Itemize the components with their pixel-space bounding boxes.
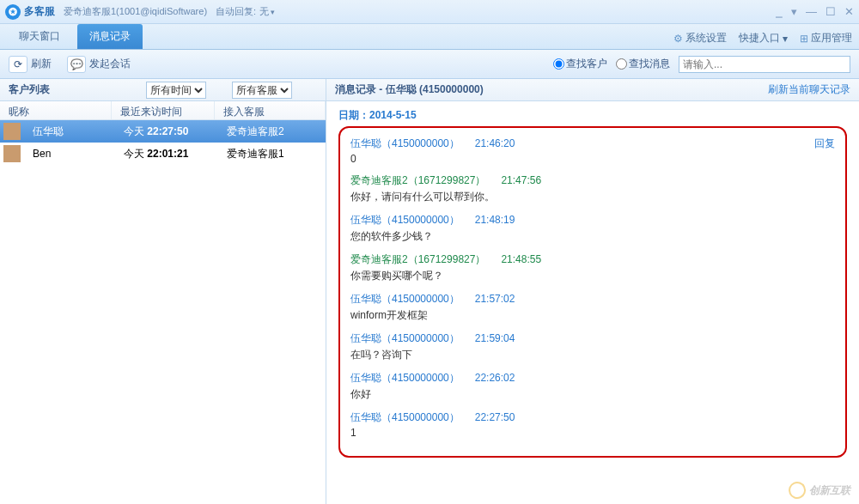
radio-search-message[interactable]: 查找消息 <box>616 57 670 71</box>
message-sender: 伍华聪（4150000000） <box>350 214 460 226</box>
chat-message: 伍华聪（4150000000）21:46:20回复0 <box>350 137 835 165</box>
chevron-down-icon: ▾ <box>783 33 788 45</box>
message-sender: 伍华聪（4150000000） <box>350 293 460 305</box>
minimize-icon[interactable]: ― <box>806 5 817 18</box>
tab-chat-window[interactable]: 聊天窗口 <box>7 24 72 49</box>
quick-entry-label: 快捷入口 <box>739 31 780 46</box>
watermark: 创新互联 <box>789 482 850 499</box>
message-time: 21:59:04 <box>475 332 515 344</box>
maximize-icon[interactable]: ☐ <box>825 5 836 18</box>
grid-icon: ⊞ <box>800 33 808 45</box>
message-meta: 伍华聪（4150000000）22:26:02 <box>350 371 835 386</box>
watermark-logo-icon <box>786 479 808 501</box>
chat-message: 伍华聪（4150000000）21:48:19您的软件多少钱？ <box>350 213 835 244</box>
dropdown-icon[interactable]: ▾ <box>791 5 797 18</box>
customer-list-columns: 昵称 最近来访时间 接入客服 <box>0 101 326 120</box>
message-sender: 爱奇迪客服2（1671299827） <box>350 174 485 186</box>
refresh-button[interactable]: ⟳ 刷新 <box>9 56 52 73</box>
message-time: 21:48:55 <box>501 253 541 265</box>
row-time: 今天 22:01:21 <box>115 147 218 161</box>
system-settings-button[interactable]: ⚙ 系统设置 <box>673 31 727 46</box>
start-session-button[interactable]: 💬 发起会话 <box>67 56 131 73</box>
col-visit-time[interactable]: 最近来访时间 <box>112 101 215 119</box>
titlebar: ✪ 多客服 爱奇迪客服1(1001@iqidiSoftware) 自动回复: 无… <box>0 0 859 24</box>
filter-time-select[interactable]: 所有时间 <box>146 82 206 99</box>
chat-message: 伍华聪（4150000000）22:26:02你好 <box>350 371 835 402</box>
row-agent: 爱奇迪客服2 <box>218 124 326 139</box>
message-body: 您的软件多少钱？ <box>350 229 835 244</box>
start-session-label: 发起会话 <box>89 57 131 71</box>
customer-list-panel: 客户列表 所有时间 所有客服 昵称 最近来访时间 接入客服 伍华聪今天 22:2… <box>0 79 326 504</box>
customer-row[interactable]: 伍华聪今天 22:27:50爱奇迪客服2 <box>0 120 326 143</box>
quick-entry-button[interactable]: 快捷入口 ▾ <box>739 31 788 46</box>
message-meta: 爱奇迪客服2（1671299827）21:48:55 <box>350 252 835 267</box>
message-body: 0 <box>350 153 835 165</box>
system-settings-label: 系统设置 <box>685 31 727 46</box>
chat-message: 爱奇迪客服2（1671299827）21:47:56你好，请问有什么可以帮到你。 <box>350 173 835 204</box>
date-label: 日期： <box>338 109 369 121</box>
filter-agent-select[interactable]: 所有客服 <box>232 82 292 99</box>
autoreply-dropdown-icon[interactable]: ▾ <box>271 8 275 16</box>
chatlog-panel: 消息记录 - 伍华聪 (4150000000) 刷新当前聊天记录 日期：2014… <box>326 79 859 504</box>
tab-message-log[interactable]: 消息记录 <box>77 24 143 49</box>
col-agent[interactable]: 接入客服 <box>215 101 326 119</box>
message-sender: 伍华聪（4150000000） <box>350 372 460 384</box>
message-meta: 伍华聪（4150000000）21:46:20回复 <box>350 137 835 151</box>
message-time: 21:47:56 <box>501 174 541 186</box>
app-manage-button[interactable]: ⊞ 应用管理 <box>800 31 852 46</box>
message-meta: 伍华聪（4150000000）22:27:50 <box>350 410 835 425</box>
menubar: 聊天窗口 消息记录 ⚙ 系统设置 快捷入口 ▾ ⊞ 应用管理 <box>0 24 859 50</box>
session-info: 爱奇迪客服1(1001@iqidiSoftware) <box>64 5 207 18</box>
chat-message: 爱奇迪客服2（1671299827）21:48:55你需要购买哪个呢？ <box>350 252 835 283</box>
message-time: 22:27:50 <box>475 411 515 423</box>
message-body: 1 <box>350 427 835 439</box>
row-time: 今天 22:27:50 <box>115 124 218 139</box>
refresh-chatlog-link[interactable]: 刷新当前聊天记录 <box>768 82 850 97</box>
message-body: 你好，请问有什么可以帮到你。 <box>350 190 835 204</box>
app-manage-label: 应用管理 <box>811 31 852 46</box>
radio-search-customer-label: 查找客户 <box>566 57 607 71</box>
message-meta: 伍华聪（4150000000）21:57:02 <box>350 292 835 307</box>
avatar <box>3 145 21 162</box>
chat-message: 伍华聪（4150000000）21:59:04在吗？咨询下 <box>350 331 835 362</box>
message-sender: 爱奇迪客服2（1671299827） <box>350 253 485 265</box>
date-value: 2014-5-15 <box>369 109 417 121</box>
search-input[interactable] <box>679 56 850 73</box>
chatlog-title: 消息记录 - 伍华聪 (4150000000) <box>335 82 484 97</box>
autoreply-label: 自动回复: <box>216 5 256 18</box>
autoreply-value[interactable]: 无 <box>259 5 269 18</box>
radio-search-customer[interactable]: 查找客户 <box>553 57 607 71</box>
customer-row[interactable]: Ben今天 22:01:21爱奇迪客服1 <box>0 143 326 165</box>
message-sender: 伍华聪（4150000000） <box>350 411 460 423</box>
watermark-text: 创新互联 <box>809 483 850 498</box>
refresh-icon: ⟳ <box>9 56 27 73</box>
window-buttons: ⎯ ▾ ― ☐ ✕ <box>776 5 854 18</box>
message-time: 21:48:19 <box>475 214 515 226</box>
chat-message: 伍华聪（4150000000）22:27:501 <box>350 410 835 439</box>
message-time: 21:46:20 <box>475 137 515 149</box>
chat-message: 伍华聪（4150000000）21:57:02winform开发框架 <box>350 292 835 323</box>
reply-link[interactable]: 回复 <box>814 137 835 151</box>
message-sender: 伍华聪（4150000000） <box>350 332 460 344</box>
chatlog-title-prefix: 消息记录 - <box>335 83 386 95</box>
gear-icon: ⚙ <box>673 33 683 45</box>
message-time: 21:57:02 <box>475 293 515 305</box>
message-body: 你好 <box>350 387 835 402</box>
message-body: 在吗？咨询下 <box>350 348 835 362</box>
chatlog-title-name: 伍华聪 (4150000000) <box>386 83 484 95</box>
message-meta: 爱奇迪客服2（1671299827）21:47:56 <box>350 173 835 188</box>
message-meta: 伍华聪（4150000000）21:48:19 <box>350 213 835 228</box>
close-icon[interactable]: ✕ <box>844 5 854 18</box>
radio-search-message-label: 查找消息 <box>629 57 670 71</box>
row-nickname: 伍华聪 <box>24 124 115 139</box>
app-name: 多客服 <box>24 4 55 19</box>
app-logo-icon: ✪ <box>5 4 21 20</box>
toolbar: ⟳ 刷新 💬 发起会话 查找客户 查找消息 <box>0 50 859 79</box>
row-agent: 爱奇迪客服1 <box>218 147 326 161</box>
row-nickname: Ben <box>24 148 115 160</box>
menu-icon[interactable]: ⎯ <box>776 5 783 18</box>
avatar <box>3 123 21 140</box>
chat-bubble-icon: 💬 <box>67 56 86 73</box>
message-meta: 伍华聪（4150000000）21:59:04 <box>350 331 835 346</box>
col-nickname[interactable]: 昵称 <box>0 101 112 119</box>
